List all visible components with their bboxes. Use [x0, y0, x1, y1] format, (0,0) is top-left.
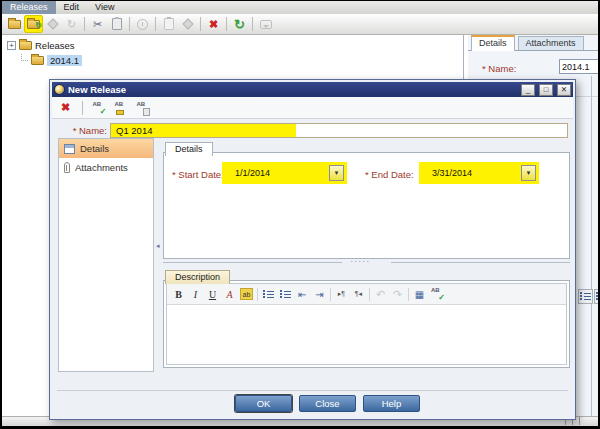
clear-all-fields-button[interactable]: ✖	[57, 99, 74, 116]
dialog-body: Details Attachments ◂ Details *	[52, 138, 573, 372]
details-form: * Name: 2014.1	[468, 51, 598, 81]
close-button[interactable]: ✕	[557, 84, 571, 96]
help-button[interactable]: Help	[363, 395, 420, 412]
toolbar-separator	[257, 288, 258, 301]
italic-button[interactable]: I	[189, 287, 202, 302]
paperclip-icon	[64, 162, 70, 173]
maximize-button[interactable]: □	[539, 84, 553, 96]
chevron-down-icon: ▼	[526, 170, 532, 176]
menu-edit[interactable]: Edit	[56, 1, 88, 14]
insert-table-button[interactable]: ▦	[413, 287, 426, 302]
redo-button-disabled[interactable]: ↷	[391, 287, 404, 302]
alm-releases-window: Releases Edit View ↻ ↻ ✂ ✖ ↻	[2, 1, 598, 426]
outdent-button[interactable]: ⇤	[296, 287, 309, 302]
tab-details[interactable]: Details	[165, 142, 213, 156]
left-to-right-button[interactable]: ▸¶	[335, 287, 348, 302]
splitter-grip: ·····	[350, 256, 370, 266]
copy-icon	[164, 18, 174, 30]
tree-row-releases[interactable]: + Releases	[4, 38, 463, 52]
name-input[interactable]: 2014.1	[559, 59, 598, 74]
spelling-options-button[interactable]: AB	[135, 99, 152, 116]
copy-button-disabled[interactable]	[159, 15, 178, 33]
new-release-button[interactable]: ↻	[24, 15, 43, 33]
bullet-list-button[interactable]	[262, 287, 275, 302]
rte-spellcheck-button[interactable]: AB✓	[430, 287, 446, 302]
end-date-dropdown-button[interactable]: ▼	[521, 165, 536, 181]
dialog-name-row: * Name: Q1 2014	[52, 122, 573, 138]
horizontal-splitter[interactable]: ·····	[163, 259, 570, 266]
menu-view[interactable]: View	[87, 1, 122, 14]
numbered-list-icon-background[interactable]	[594, 289, 598, 304]
tree-row-2014-1[interactable]: 2014.1	[21, 53, 463, 67]
new-folder-button[interactable]	[5, 15, 24, 33]
toolbar-separator	[84, 17, 85, 31]
minimize-button[interactable]: _	[521, 84, 535, 96]
bullet-list-icon-background[interactable]	[578, 289, 593, 304]
underline-button[interactable]: U	[206, 287, 219, 302]
name-input[interactable]: Q1 2014	[110, 123, 568, 138]
folder-icon	[31, 56, 44, 65]
menu-releases[interactable]: Releases	[2, 1, 56, 14]
start-date-dropdown-button[interactable]: ▼	[329, 165, 344, 181]
screenshot-frame: Releases Edit View ↻ ↻ ✂ ✖ ↻	[0, 0, 600, 429]
undo-button-disabled[interactable]: ↶	[374, 287, 387, 302]
close-button[interactable]: Close	[299, 395, 356, 412]
panel-border-line	[591, 76, 592, 416]
indent-button[interactable]: ⇥	[313, 287, 326, 302]
duplicate-icon: ↻	[67, 19, 76, 30]
paste-icon	[112, 18, 122, 30]
description-editor-area[interactable]	[167, 305, 566, 364]
paste-button[interactable]	[107, 15, 126, 33]
numbered-list-glyph	[596, 293, 598, 300]
bullet-list-glyph	[580, 293, 591, 300]
tree-item-label: 2014.1	[47, 55, 82, 66]
delete-icon: ✖	[209, 19, 218, 30]
tree-root-label: Releases	[35, 40, 75, 51]
tab-details[interactable]: Details	[471, 35, 515, 51]
cut-button[interactable]: ✂	[88, 15, 107, 33]
font-color-button[interactable]: A	[223, 287, 236, 302]
menu-bar: Releases Edit View	[2, 1, 598, 14]
sidebar-item-details[interactable]: Details	[59, 139, 153, 158]
refresh-button[interactable]: ↻	[230, 15, 249, 33]
delete-button[interactable]: ✖	[204, 15, 223, 33]
tab-attachments[interactable]: Attachments	[518, 36, 584, 50]
check-spelling-icon: AB✓	[92, 100, 108, 116]
end-date-field[interactable]: 3/31/2014 ▼	[419, 162, 539, 184]
rte-toolbar: B I U A ab ⇤ ⇥	[167, 284, 566, 305]
duplicate-button-disabled[interactable]: ↻	[62, 15, 81, 33]
dialog-main-area: Details * Start Date: 1/1/2014 ▼ * End D…	[163, 138, 570, 370]
ok-button[interactable]: OK	[235, 395, 292, 412]
tab-description[interactable]: Description	[165, 270, 230, 284]
tree-expander-icon[interactable]: +	[7, 41, 16, 50]
bold-button[interactable]: B	[172, 287, 185, 302]
schedule-button-disabled[interactable]	[133, 15, 152, 33]
details-panel-tabs: Details Attachments	[468, 35, 598, 51]
chevron-down-icon: ▼	[334, 170, 340, 176]
start-date-field[interactable]: 1/1/2014 ▼	[222, 162, 347, 184]
description-tab-strip: Description	[163, 266, 570, 281]
clear-all-fields-icon: ✖	[61, 102, 70, 113]
comments-button-disabled[interactable]	[256, 15, 275, 33]
folder-icon	[19, 41, 32, 50]
bullet-list-icon	[263, 291, 274, 298]
toolbar-separator	[200, 17, 201, 31]
check-spelling-button[interactable]: AB✓	[91, 99, 108, 116]
numbered-list-icon	[280, 291, 291, 298]
sidebar-item-attachments[interactable]: Attachments	[59, 158, 153, 177]
toolbar-separator	[330, 288, 331, 301]
refresh-icon: ↻	[234, 18, 245, 31]
dialog-titlebar[interactable]: New Release _ □ ✕	[52, 82, 573, 97]
numbered-list-button[interactable]	[279, 287, 292, 302]
green-arrow-overlay: ↻	[35, 22, 42, 30]
comment-icon	[260, 20, 272, 29]
highlight-button[interactable]: ab	[240, 288, 253, 300]
toolbar-separator	[252, 17, 253, 31]
thesaurus-button[interactable]: AB	[113, 99, 130, 116]
new-cycle-button-disabled[interactable]	[43, 15, 62, 33]
sidebar-collapse-handle[interactable]: ◂	[156, 242, 160, 249]
paste-special-button-disabled[interactable]	[178, 15, 197, 33]
new-folder-icon	[8, 20, 21, 29]
toolbar-separator	[408, 288, 409, 301]
right-to-left-button[interactable]: ¶◂	[352, 287, 365, 302]
